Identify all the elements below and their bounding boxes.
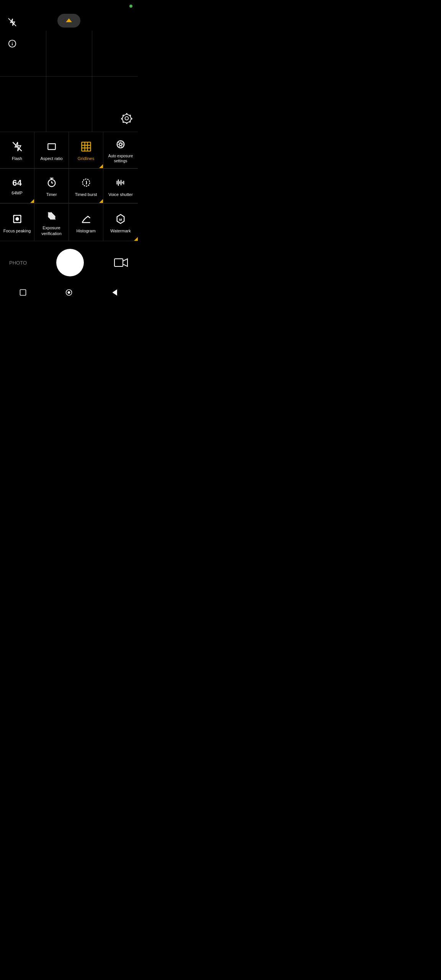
settings-item-histogram[interactable]: Histogram: [69, 204, 103, 241]
back-button[interactable]: [107, 285, 122, 300]
svg-rect-47: [114, 259, 123, 266]
settings-item-aspect-ratio[interactable]: Aspect ratio: [34, 132, 69, 168]
settings-item-voice-shutter[interactable]: Voice shutter: [103, 169, 138, 203]
timed-burst-icon: [80, 176, 92, 189]
gear-icon[interactable]: [121, 113, 132, 124]
svg-rect-6: [48, 144, 56, 150]
svg-text:M: M: [119, 217, 122, 221]
exposure-verification-icon: [46, 210, 58, 222]
active-indicator: [30, 199, 34, 203]
active-indicator: [134, 237, 138, 241]
voice-shutter-icon: [114, 176, 127, 189]
settings-item-timer[interactable]: Timer: [34, 169, 69, 203]
histogram-label: Histogram: [76, 228, 95, 234]
flash-off-icon[interactable]: [5, 15, 19, 29]
active-indicator: [99, 199, 103, 203]
collapse-button[interactable]: [57, 14, 80, 28]
svg-rect-7: [82, 142, 90, 151]
svg-marker-48: [123, 259, 127, 266]
gridlines-label: Gridlines: [78, 156, 94, 161]
photo-label: PHOTO: [9, 260, 27, 266]
settings-item-gridlines[interactable]: Gridlines: [69, 132, 103, 168]
camera-screen: Flash Aspect ratio Gridlin: [0, 0, 138, 306]
video-button[interactable]: [113, 255, 129, 270]
mp-value: 64: [12, 178, 21, 188]
watermark-icon: M: [114, 213, 127, 225]
focus-peaking-label: Focus peaking: [3, 228, 31, 234]
active-indicator: [99, 164, 103, 168]
settings-row-3: Focus peaking Exposure verification: [0, 203, 138, 241]
settings-row-1: Flash Aspect ratio Gridlin: [0, 132, 138, 168]
settings-item-megapixels[interactable]: 64 64MP: [0, 169, 34, 203]
home-button[interactable]: [61, 285, 77, 300]
settings-item-auto-exposure[interactable]: Auto exposure settings: [103, 132, 138, 168]
settings-item-watermark[interactable]: M Watermark: [103, 204, 138, 241]
timer-label: Timer: [46, 192, 57, 197]
flash-label: Flash: [12, 156, 22, 161]
svg-marker-52: [113, 290, 117, 295]
exposure-verification-label: Exposure verification: [37, 225, 66, 236]
svg-point-29: [16, 218, 17, 219]
status-indicator: [129, 5, 132, 8]
auto-exposure-label: Auto exposure settings: [106, 154, 136, 163]
svg-point-51: [68, 292, 70, 294]
gridlines-icon: [80, 140, 92, 153]
settings-item-focus-peaking[interactable]: Focus peaking: [0, 204, 34, 241]
timer-icon: [46, 176, 58, 189]
viewfinder: [0, 0, 138, 132]
flash-icon: [11, 140, 23, 153]
aspect-ratio-icon: [46, 140, 58, 153]
watermark-label: Watermark: [110, 228, 131, 234]
settings-row-2: 64 64MP Timer: [0, 168, 138, 203]
histogram-icon: [80, 213, 92, 225]
svg-point-13: [119, 143, 122, 146]
settings-item-exposure-verification[interactable]: Exposure verification: [34, 204, 69, 241]
svg-point-4: [125, 117, 129, 120]
shutter-button[interactable]: [56, 249, 84, 276]
aspect-ratio-label: Aspect ratio: [40, 156, 62, 161]
recents-button[interactable]: [15, 285, 31, 300]
settings-item-timed-burst[interactable]: Timed burst: [69, 169, 103, 203]
settings-item-flash[interactable]: Flash: [0, 132, 34, 168]
mp-label: 64MP: [11, 190, 23, 196]
voice-shutter-label: Voice shutter: [108, 192, 133, 197]
bottom-controls: PHOTO: [0, 241, 138, 280]
chevron-up-icon: [66, 18, 72, 22]
grid-overlay: [0, 31, 138, 132]
auto-exposure-icon: [114, 138, 127, 150]
nav-bar: [0, 280, 138, 306]
timed-burst-label: Timed burst: [75, 192, 97, 197]
focus-peaking-icon: [11, 213, 23, 225]
svg-rect-49: [20, 290, 26, 296]
